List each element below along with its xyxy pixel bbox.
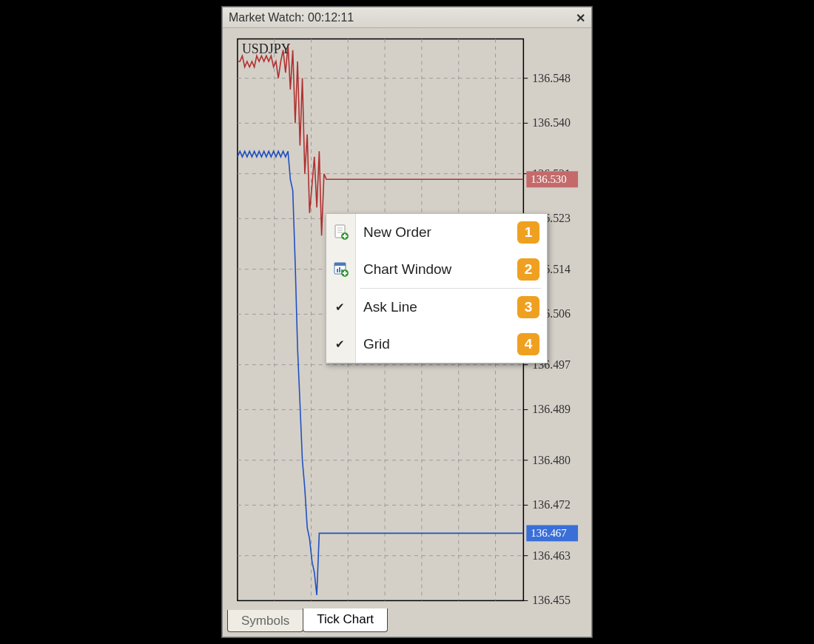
menu-new-order[interactable]: New Order 1 <box>326 214 547 251</box>
context-menu: New Order 1 Chart Window 2 ✔ Ask Line 3 … <box>326 213 548 363</box>
tab-bar: Symbols Tick Chart <box>227 608 387 632</box>
badge-4: 4 <box>517 333 539 355</box>
menu-label: Chart Window <box>363 261 451 278</box>
badge-1: 1 <box>517 221 539 244</box>
menu-label: Ask Line <box>363 299 417 315</box>
document-plus-icon <box>332 224 350 241</box>
svg-text:136.530: 136.530 <box>531 173 567 185</box>
menu-label: New Order <box>363 224 431 241</box>
svg-text:136.548: 136.548 <box>532 72 571 84</box>
svg-text:136.467: 136.467 <box>531 527 567 539</box>
menu-label: Grid <box>363 336 390 352</box>
svg-rect-57 <box>337 269 338 272</box>
badge-2: 2 <box>517 258 539 281</box>
menu-ask-line[interactable]: ✔ Ask Line 3 <box>326 289 547 326</box>
menu-grid[interactable]: ✔ Grid 4 <box>326 326 547 363</box>
svg-text:USDJPY: USDJPY <box>242 41 291 56</box>
badge-3: 3 <box>517 296 539 318</box>
svg-text:136.489: 136.489 <box>532 403 571 415</box>
svg-text:136.455: 136.455 <box>532 594 571 606</box>
check-icon: ✔ <box>335 301 345 314</box>
tab-tick-chart[interactable]: Tick Chart <box>303 608 388 632</box>
window-title: Market Watch: 00:12:11 <box>229 11 574 24</box>
svg-text:136.463: 136.463 <box>532 549 571 562</box>
svg-rect-58 <box>339 267 340 272</box>
check-icon: ✔ <box>335 338 345 351</box>
tab-symbols[interactable]: Symbols <box>227 610 303 632</box>
svg-rect-56 <box>334 263 346 266</box>
chart-plus-icon <box>332 261 350 278</box>
menu-chart-window[interactable]: Chart Window 2 <box>326 251 547 288</box>
svg-text:136.540: 136.540 <box>532 116 571 129</box>
svg-text:136.472: 136.472 <box>532 498 571 511</box>
svg-text:136.480: 136.480 <box>532 454 571 466</box>
titlebar[interactable]: Market Watch: 00:12:11 ✕ <box>223 7 591 28</box>
close-icon[interactable]: ✕ <box>574 11 587 24</box>
